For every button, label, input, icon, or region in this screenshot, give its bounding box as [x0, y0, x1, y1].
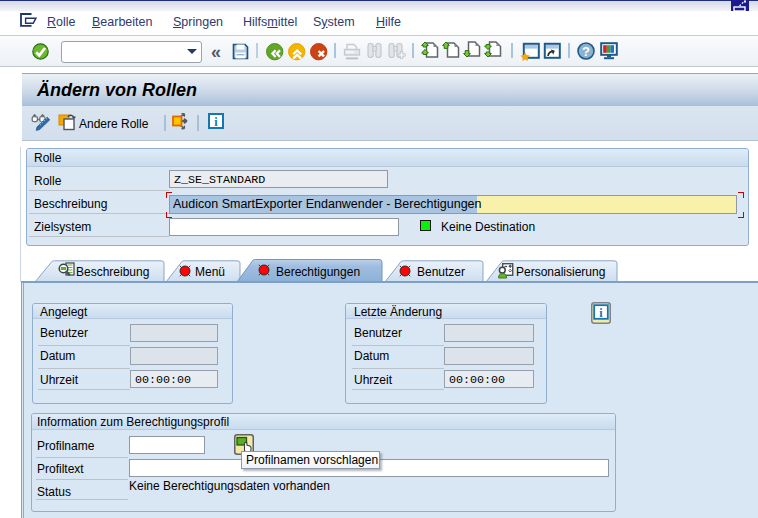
svg-text:?: ? — [582, 44, 590, 59]
